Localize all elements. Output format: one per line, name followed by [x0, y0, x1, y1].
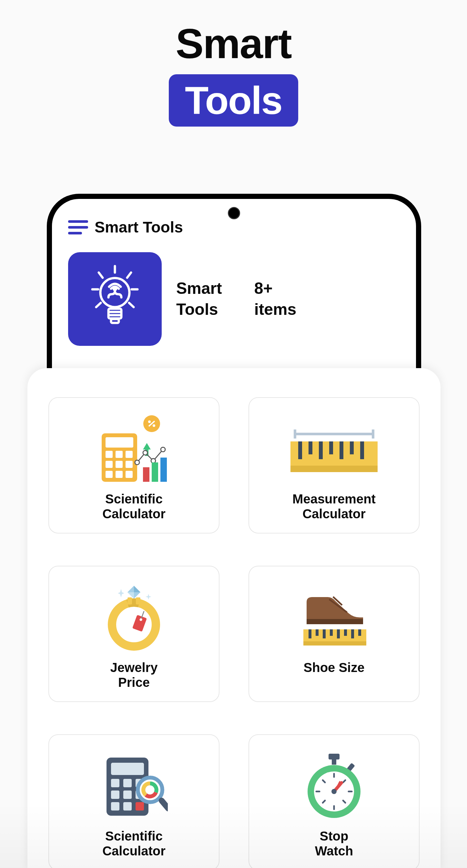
svg-rect-77: [123, 779, 132, 787]
svg-rect-16: [115, 451, 123, 458]
svg-rect-17: [126, 451, 133, 458]
svg-rect-59: [136, 597, 140, 604]
svg-rect-66: [308, 629, 311, 639]
svg-line-5: [96, 303, 101, 307]
svg-rect-84: [136, 802, 144, 810]
tool-card-scientific-calculator-2[interactable]: Scientific Calculator: [48, 734, 220, 868]
svg-point-35: [161, 447, 165, 452]
tool-label: Measurement Calculator: [292, 492, 376, 521]
svg-point-32: [135, 460, 139, 465]
svg-rect-73: [358, 629, 361, 636]
svg-line-6: [129, 303, 134, 307]
tool-label: Jewelry Price: [110, 660, 158, 690]
info-label-count: 8+ items: [254, 278, 297, 320]
tool-card-measurement-calculator[interactable]: Measurement Calculator: [248, 397, 420, 533]
menu-icon[interactable]: [68, 220, 88, 235]
lightbulb-icon: [86, 264, 144, 335]
svg-rect-47: [329, 441, 333, 454]
app-icon-tile: [68, 252, 162, 346]
svg-point-103: [331, 789, 337, 794]
svg-rect-67: [315, 629, 319, 636]
svg-rect-43: [291, 466, 377, 472]
jewelry-price-icon: [105, 579, 163, 657]
svg-rect-80: [123, 790, 132, 799]
tool-card-jewelry-price[interactable]: Jewelry Price: [48, 566, 220, 702]
svg-rect-69: [330, 629, 333, 636]
svg-rect-89: [332, 759, 336, 765]
tool-label: Shoe Size: [304, 660, 365, 675]
svg-rect-75: [111, 763, 144, 775]
app-header: Smart Tools: [52, 199, 416, 246]
tool-label: Scientific Calculator: [102, 492, 166, 521]
phone-camera-notch: [228, 207, 240, 219]
svg-rect-15: [105, 451, 113, 458]
svg-rect-68: [323, 629, 326, 639]
svg-rect-49: [350, 441, 354, 454]
svg-rect-22: [115, 471, 123, 478]
svg-rect-9: [108, 309, 121, 318]
info-text-group: Smart Tools 8+ items: [176, 278, 400, 320]
page-title-line2: Tools: [169, 74, 298, 127]
svg-rect-71: [344, 629, 347, 636]
svg-rect-38: [160, 458, 167, 482]
tool-card-shoe-size[interactable]: Shoe Size: [248, 566, 420, 702]
svg-rect-46: [319, 441, 323, 459]
svg-rect-18: [105, 461, 113, 468]
svg-rect-41: [294, 433, 374, 435]
svg-rect-12: [111, 319, 119, 323]
svg-marker-52: [134, 586, 140, 592]
svg-point-34: [151, 459, 156, 463]
svg-rect-21: [105, 471, 113, 478]
svg-marker-54: [118, 589, 124, 597]
calculator-search-icon: [100, 748, 168, 826]
svg-rect-82: [111, 802, 120, 810]
svg-rect-83: [123, 802, 132, 810]
svg-rect-63: [307, 619, 363, 624]
tools-grid: Scientific Calculator: [48, 397, 420, 868]
info-label-name: Smart Tools: [176, 278, 222, 320]
svg-line-2: [127, 273, 131, 278]
measurement-calculator-icon: [287, 411, 381, 488]
svg-rect-19: [115, 461, 123, 468]
svg-marker-55: [145, 594, 152, 600]
svg-point-33: [143, 451, 147, 455]
svg-rect-58: [128, 597, 132, 604]
svg-point-25: [148, 421, 151, 423]
svg-rect-88: [329, 754, 339, 760]
svg-rect-72: [351, 629, 354, 639]
tool-label: Scientific Calculator: [102, 829, 166, 858]
page-title-line1: Smart: [0, 23, 467, 65]
svg-rect-48: [339, 441, 343, 459]
scientific-calculator-icon: [95, 411, 173, 488]
svg-rect-37: [152, 462, 158, 482]
svg-rect-79: [111, 790, 120, 799]
page-header: Smart Tools: [0, 0, 467, 127]
tool-card-scientific-calculator[interactable]: Scientific Calculator: [48, 397, 220, 533]
svg-rect-65: [303, 641, 366, 646]
stop-watch-icon: [303, 748, 365, 826]
svg-rect-14: [105, 437, 133, 447]
svg-line-1: [99, 273, 103, 278]
shoe-size-icon: [297, 579, 371, 657]
svg-rect-60: [132, 615, 147, 631]
svg-rect-23: [126, 471, 133, 478]
svg-rect-36: [143, 467, 149, 482]
svg-rect-76: [111, 779, 120, 787]
svg-rect-70: [337, 629, 340, 639]
tool-card-stop-watch[interactable]: Stop Watch: [248, 734, 420, 868]
svg-rect-44: [298, 441, 302, 459]
app-title: Smart Tools: [95, 218, 183, 236]
svg-point-26: [153, 424, 155, 427]
svg-rect-50: [360, 441, 364, 459]
tool-label: Stop Watch: [315, 829, 354, 858]
svg-rect-45: [308, 441, 312, 454]
app-info-section: Smart Tools 8+ items: [52, 246, 416, 352]
tools-panel: Scientific Calculator: [27, 368, 440, 868]
svg-rect-20: [126, 461, 133, 468]
